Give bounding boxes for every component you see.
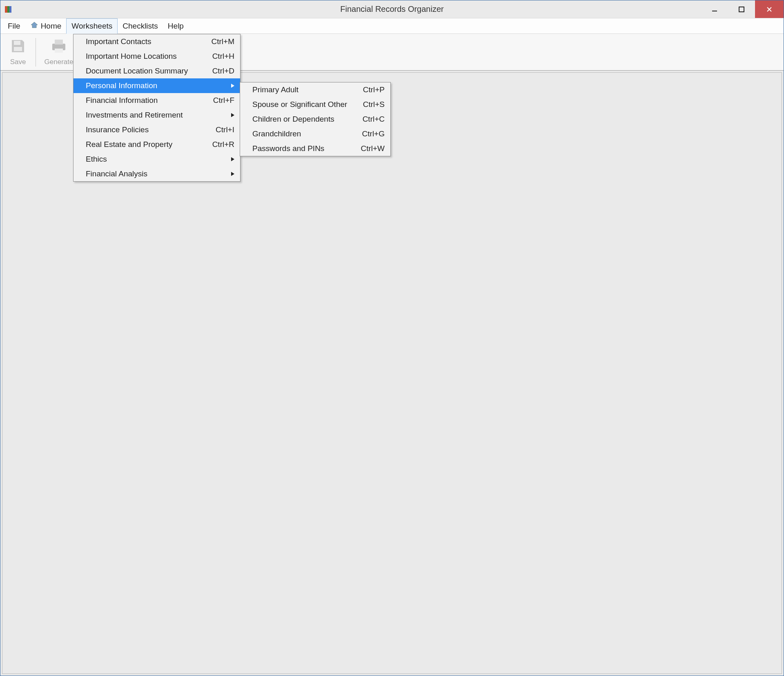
menu-file-label: File [8,22,20,31]
menu-item-important-contacts[interactable]: Important Contacts Ctrl+M [74,34,240,49]
submenu-item-passwords-pins[interactable]: Passwords and PINs Ctrl+W [240,141,390,156]
printer-icon [50,38,68,56]
window-controls [701,0,784,18]
submenu-item-label: Grandchildren [252,129,354,138]
menu-item-financial-information[interactable]: Financial Information Ctrl+F [74,93,240,108]
menu-item-label: Important Contacts [86,37,203,46]
submenu-item-shortcut: Ctrl+W [361,144,385,153]
menu-item-important-home-locations[interactable]: Important Home Locations Ctrl+H [74,49,240,64]
submenu-item-children[interactable]: Children or Dependents Ctrl+C [240,112,390,127]
submenu-item-spouse[interactable]: Spouse or Significant Other Ctrl+S [240,97,390,112]
generate-button[interactable]: Generate [39,36,78,69]
submenu-item-label: Children or Dependents [252,115,354,124]
submenu-item-label: Spouse or Significant Other [252,100,355,109]
menu-item-investments-retirement[interactable]: Investments and Retirement [74,108,240,122]
svg-rect-5 [14,41,20,45]
menu-item-shortcut: Ctrl+D [212,67,234,76]
save-button[interactable]: Save [4,36,32,69]
menu-item-shortcut: Ctrl+R [212,140,234,149]
worksheets-dropdown: Important Contacts Ctrl+M Important Home… [73,34,241,182]
submenu-item-shortcut: Ctrl+G [362,129,385,138]
menu-item-label: Personal Information [86,81,225,90]
svg-rect-4 [739,7,744,12]
title-bar: Financial Records Organizer [0,0,784,18]
menu-item-insurance-policies[interactable]: Insurance Policies Ctrl+I [74,122,240,137]
menu-item-document-location-summary[interactable]: Document Location Summary Ctrl+D [74,64,240,78]
svg-rect-2 [9,6,11,13]
menu-item-label: Real Estate and Property [86,140,204,149]
toolbar-separator [36,38,36,67]
menu-item-label: Financial Analysis [86,169,225,178]
submenu-item-grandchildren[interactable]: Grandchildren Ctrl+G [240,127,390,141]
home-icon [30,21,38,31]
menu-item-financial-analysis[interactable]: Financial Analysis [74,167,240,181]
menu-bar: File Home Worksheets Checklists Help [0,18,784,34]
submenu-item-shortcut: Ctrl+P [363,85,385,94]
menu-item-label: Financial Information [86,96,205,105]
submenu-item-label: Passwords and PINs [252,144,352,153]
svg-rect-8 [55,40,63,44]
menu-item-shortcut: Ctrl+F [213,96,234,105]
generate-label: Generate [45,58,74,66]
svg-rect-0 [5,6,7,13]
svg-rect-1 [7,6,9,13]
menu-item-label: Document Location Summary [86,67,204,76]
submenu-item-primary-adult[interactable]: Primary Adult Ctrl+P [240,82,390,97]
menu-home-label: Home [41,22,62,31]
menu-item-real-estate-property[interactable]: Real Estate and Property Ctrl+R [74,137,240,152]
menu-worksheets[interactable]: Worksheets [66,18,118,34]
submenu-item-label: Primary Adult [252,85,355,94]
menu-item-label: Ethics [86,155,225,164]
svg-rect-3 [712,11,717,11]
submenu-item-shortcut: Ctrl+C [363,115,385,124]
menu-item-ethics[interactable]: Ethics [74,152,240,167]
submenu-arrow-icon [230,172,234,176]
submenu-arrow-icon [230,157,234,161]
save-icon [10,38,26,56]
menu-help[interactable]: Help [163,18,189,33]
svg-rect-6 [14,47,22,51]
close-button[interactable] [755,0,784,18]
menu-checklists-label: Checklists [122,22,158,31]
save-label: Save [10,58,26,66]
menu-file[interactable]: File [3,18,25,33]
menu-item-shortcut: Ctrl+I [216,125,234,134]
menu-item-shortcut: Ctrl+H [212,52,234,61]
menu-checklists[interactable]: Checklists [118,18,163,33]
menu-item-personal-information[interactable]: Personal Information [74,78,240,93]
submenu-arrow-icon [230,113,234,117]
menu-worksheets-label: Worksheets [71,22,112,31]
menu-item-label: Insurance Policies [86,125,207,134]
submenu-arrow-icon [230,84,234,88]
menu-item-label: Investments and Retirement [86,111,225,120]
window-title: Financial Records Organizer [0,4,784,14]
menu-home[interactable]: Home [25,18,67,33]
svg-rect-9 [55,49,63,53]
personal-information-submenu: Primary Adult Ctrl+P Spouse or Significa… [240,82,391,156]
submenu-item-shortcut: Ctrl+S [363,100,385,109]
menu-help-label: Help [168,22,184,31]
maximize-button[interactable] [728,0,755,18]
app-icon [4,5,13,14]
minimize-button[interactable] [701,0,728,18]
app-window: Financial Records Organizer File Home Wo… [0,0,784,676]
menu-item-label: Important Home Locations [86,52,204,61]
menu-item-shortcut: Ctrl+M [212,37,234,46]
